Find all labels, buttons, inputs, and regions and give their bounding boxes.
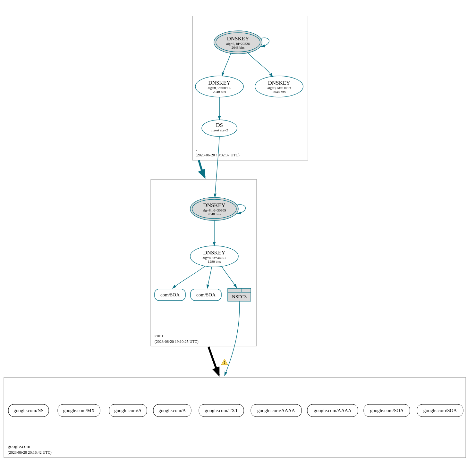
node-g-aaaa2[interactable]: google.com/AAAA <box>307 404 358 417</box>
svg-text:digest alg=2: digest alg=2 <box>211 128 228 132</box>
node-g-soa1[interactable]: google.com/SOA <box>364 404 410 417</box>
node-g-a1[interactable]: google.com/A <box>109 404 147 417</box>
svg-text:alg=8, id=46551: alg=8, id=46551 <box>203 256 226 260</box>
zone-com-ts: (2023-06-20 19:10:25 UTC) <box>155 339 199 344</box>
node-root-zsk1[interactable]: DNSKEY alg=8, id=60955 2048 bits <box>195 76 243 97</box>
svg-text:google.com/A: google.com/A <box>114 408 142 413</box>
warning-icon: ! <box>221 359 228 365</box>
svg-text:2048 bits: 2048 bits <box>232 46 245 49</box>
node-g-aaaa1[interactable]: google.com/AAAA <box>251 404 302 417</box>
edge-root-ksk-zsk1 <box>222 53 231 76</box>
node-root-ksk[interactable]: DNSKEY alg=8, id=20326 2048 bits <box>214 31 262 54</box>
zone-com-label: com <box>155 333 163 338</box>
zone-google-ts: (2023-06-20 20:16:42 UTC) <box>8 450 52 455</box>
svg-text:alg=8, id=60955: alg=8, id=60955 <box>208 86 231 90</box>
svg-text:DS: DS <box>216 122 223 128</box>
node-root-zsk2[interactable]: DNSKEY alg=8, id=11019 2048 bits <box>255 76 303 97</box>
node-g-mx[interactable]: google.com/MX <box>58 404 100 417</box>
svg-text:google.com/TXT: google.com/TXT <box>205 408 238 413</box>
svg-text:1280 bits: 1280 bits <box>208 260 221 263</box>
svg-text:DNSKEY: DNSKEY <box>203 250 225 256</box>
node-g-soa2[interactable]: google.com/SOA <box>417 404 463 417</box>
zone-root-ts: (2023-06-20 19:02:37 UTC) <box>196 153 240 157</box>
node-g-ns[interactable]: google.com/NS <box>8 404 49 417</box>
node-g-a2[interactable]: google.com/A <box>153 404 191 417</box>
edge-comzsk-soa1 <box>173 266 205 288</box>
node-root-ds[interactable]: DS digest alg=2 <box>202 120 237 137</box>
node-com-ksk[interactable]: DNSKEY alg=8, id=30909 2048 bits <box>190 197 238 220</box>
svg-text:2048 bits: 2048 bits <box>273 90 286 94</box>
dnssec-graph: . (2023-06-20 19:02:37 UTC) DNSKEY alg=8… <box>0 0 476 472</box>
edge-ds-comksk <box>215 137 219 197</box>
zone-google-label: google.com <box>8 444 30 449</box>
svg-text:DNSKEY: DNSKEY <box>268 80 290 86</box>
svg-text:DNSKEY: DNSKEY <box>203 202 225 208</box>
node-com-zsk[interactable]: DNSKEY alg=8, id=46551 1280 bits <box>190 246 238 267</box>
svg-text:google.com/MX: google.com/MX <box>63 408 95 413</box>
node-g-txt[interactable]: google.com/TXT <box>199 404 244 417</box>
node-com-soa2[interactable]: com/SOA <box>191 289 221 301</box>
zone-root-label: . <box>196 146 197 152</box>
edge-root-ksk-zsk2 <box>247 52 273 77</box>
svg-text:NSEC3: NSEC3 <box>232 294 247 299</box>
svg-text:alg=8, id=30909: alg=8, id=30909 <box>203 208 226 212</box>
svg-text:alg=8, id=20326: alg=8, id=20326 <box>226 42 250 46</box>
svg-text:google.com/SOA: google.com/SOA <box>423 408 457 413</box>
node-com-soa1[interactable]: com/SOA <box>155 289 185 301</box>
zone-google <box>4 377 466 458</box>
node-com-nsec3[interactable]: NSEC3 <box>228 288 251 301</box>
svg-text:alg=8, id=11019: alg=8, id=11019 <box>268 86 291 90</box>
edge-comzsk-soa2 <box>207 267 212 288</box>
svg-text:google.com/AAAA: google.com/AAAA <box>314 408 352 413</box>
svg-text:2048 bits: 2048 bits <box>208 212 221 216</box>
svg-text:google.com/A: google.com/A <box>158 408 186 413</box>
edge-root-to-com <box>199 160 205 177</box>
svg-text:google.com/SOA: google.com/SOA <box>370 408 404 413</box>
svg-text:2048 bits: 2048 bits <box>213 90 226 94</box>
edge-comzsk-nsec3 <box>221 266 237 288</box>
svg-text:com/SOA: com/SOA <box>196 292 216 297</box>
svg-text:DNSKEY: DNSKEY <box>227 36 249 42</box>
svg-text:DNSKEY: DNSKEY <box>208 80 231 86</box>
svg-text:google.com/AAAA: google.com/AAAA <box>257 408 295 413</box>
edge-com-to-google <box>208 347 219 375</box>
svg-text:google.com/NS: google.com/NS <box>13 408 44 413</box>
svg-text:!: ! <box>224 360 225 365</box>
svg-text:com/SOA: com/SOA <box>160 292 180 297</box>
